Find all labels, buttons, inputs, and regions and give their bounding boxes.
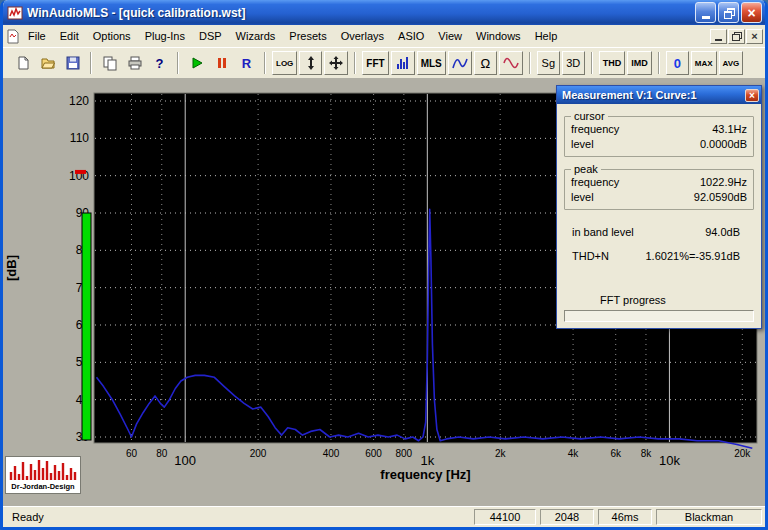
thdn-label: THD+N xyxy=(572,249,609,264)
x-tick-label: 60 xyxy=(126,448,138,459)
x-tick-label: 400 xyxy=(323,448,340,459)
menu-item-dsp[interactable]: DSP xyxy=(192,28,229,44)
peak-group-label: peak xyxy=(571,163,601,175)
status-message: Ready xyxy=(6,509,470,525)
status-fft-size: 2048 xyxy=(540,509,594,525)
reset-button[interactable]: 0 xyxy=(666,51,689,75)
mdi-minimize-button[interactable] xyxy=(710,29,727,44)
fft-progress-bar xyxy=(564,310,754,322)
close-button[interactable]: × xyxy=(741,2,762,23)
level-meter-bar xyxy=(82,213,91,440)
sg-label: Sg xyxy=(542,57,555,69)
imd-button[interactable]: IMD xyxy=(627,51,652,75)
play-button[interactable] xyxy=(185,51,208,75)
y-axis-label: [dB] xyxy=(4,255,19,281)
mdi-restore-icon xyxy=(732,32,741,40)
red-sine-icon xyxy=(503,55,519,71)
open-button[interactable] xyxy=(36,51,59,75)
zero-label: 0 xyxy=(674,56,681,71)
peak-frequency-row: frequency 1022.9Hz xyxy=(571,175,747,190)
vertical-zoom-button[interactable] xyxy=(299,51,322,75)
impedance-button[interactable]: Ω xyxy=(474,51,497,75)
cursor-level-value: 0.0000dB xyxy=(700,137,747,152)
save-button[interactable] xyxy=(61,51,84,75)
sine-curve-icon xyxy=(452,55,468,71)
mls-button[interactable]: MLS xyxy=(417,51,446,75)
avg-label: AVG xyxy=(723,59,740,68)
toolbar-separator xyxy=(90,52,92,74)
pause-icon xyxy=(214,55,230,71)
minimize-button[interactable] xyxy=(695,2,716,23)
four-way-arrow-icon xyxy=(328,55,344,71)
menu-item-options[interactable]: Options xyxy=(86,28,138,44)
app-icon xyxy=(7,5,23,21)
toolbar-separator xyxy=(591,52,593,74)
menu-item-file[interactable]: File xyxy=(21,28,53,44)
toolbar-separator xyxy=(264,52,266,74)
menu-item-edit[interactable]: Edit xyxy=(53,28,86,44)
thdn-value: 1.6021%=-35.91dB xyxy=(646,249,741,264)
y-tick-label: 110 xyxy=(70,131,89,145)
signal-generator-button[interactable]: Sg xyxy=(537,51,560,75)
threed-button[interactable]: 3D xyxy=(562,51,585,75)
fft-button[interactable]: FFT xyxy=(362,51,388,75)
help-button[interactable]: ? xyxy=(148,51,171,75)
log-scale-button[interactable]: LOG xyxy=(272,51,297,75)
x-tick-label: 4k xyxy=(568,448,580,459)
menu-item-windows[interactable]: Windows xyxy=(469,28,528,44)
status-latency: 46ms xyxy=(598,509,652,525)
peak-group: peak frequency 1022.9Hz level 92.0590dB xyxy=(564,163,754,210)
thdn-row: THD+N 1.6021%=-35.91dB xyxy=(564,249,754,264)
cursor-level-row: level 0.0000dB xyxy=(571,137,747,152)
status-fft-window: Blackman xyxy=(656,509,762,525)
x-tick-label: 20k xyxy=(734,448,751,459)
cursor-frequency-row: frequency 43.1Hz xyxy=(571,122,747,137)
x-tick-label-major: 10k xyxy=(659,453,680,468)
menu-item-help[interactable]: Help xyxy=(528,28,565,44)
play-icon xyxy=(189,55,205,71)
move-button[interactable] xyxy=(324,51,348,75)
menu-item-plugins[interactable]: Plug-Ins xyxy=(138,28,192,44)
mdi-close-icon: × xyxy=(751,31,757,42)
document-system-icon xyxy=(5,29,21,44)
x-tick-label-major: 1k xyxy=(420,453,434,468)
spectrum-button[interactable] xyxy=(391,51,415,75)
menu-item-overlays[interactable]: Overlays xyxy=(334,28,391,44)
toolbar-separator xyxy=(354,52,356,74)
in-band-level-label: in band level xyxy=(572,225,634,240)
average-button[interactable]: AVG xyxy=(719,51,744,75)
record-button[interactable]: R xyxy=(235,51,258,75)
menu-item-view[interactable]: View xyxy=(431,28,469,44)
transfer-curve-button[interactable] xyxy=(448,51,472,75)
toolbar-separator xyxy=(177,52,179,74)
signal-wave-button[interactable] xyxy=(499,51,523,75)
status-samplerate: 44100 xyxy=(474,509,536,525)
fft-progress-label: FFT progress xyxy=(600,293,754,308)
mdi-close-button[interactable]: × xyxy=(746,29,763,44)
print-button[interactable] xyxy=(123,51,146,75)
thd-button[interactable]: THD xyxy=(599,51,626,75)
app-window: WinAudioMLS - [quick calibration.wst] × … xyxy=(0,0,768,530)
max-hold-button[interactable]: MAX xyxy=(691,51,717,75)
menu-item-wizards[interactable]: Wizards xyxy=(229,28,283,44)
title-bar[interactable]: WinAudioMLS - [quick calibration.wst] × xyxy=(3,0,765,25)
menu-item-presets[interactable]: Presets xyxy=(282,28,333,44)
close-icon: × xyxy=(749,90,755,101)
pause-button[interactable] xyxy=(210,51,233,75)
new-document-icon xyxy=(15,55,31,71)
measurement-title-bar[interactable]: Measurement V:1 Curve:1 × xyxy=(557,86,761,104)
measurement-title: Measurement V:1 Curve:1 xyxy=(562,89,697,101)
menu-item-asio[interactable]: ASIO xyxy=(391,28,431,44)
new-button[interactable] xyxy=(11,51,34,75)
peak-level-value: 92.0590dB xyxy=(694,190,747,205)
toolbar-separator xyxy=(529,52,531,74)
restore-button[interactable] xyxy=(718,2,739,23)
x-tick-label: 8k xyxy=(641,448,653,459)
x-tick-label: 2k xyxy=(495,448,507,459)
copy-button[interactable] xyxy=(98,51,121,75)
mdi-restore-button[interactable] xyxy=(728,29,745,44)
x-tick-label: 800 xyxy=(396,448,413,459)
measurement-close-button[interactable]: × xyxy=(745,89,759,102)
printer-icon xyxy=(127,55,143,71)
x-tick-label: 80 xyxy=(156,448,168,459)
